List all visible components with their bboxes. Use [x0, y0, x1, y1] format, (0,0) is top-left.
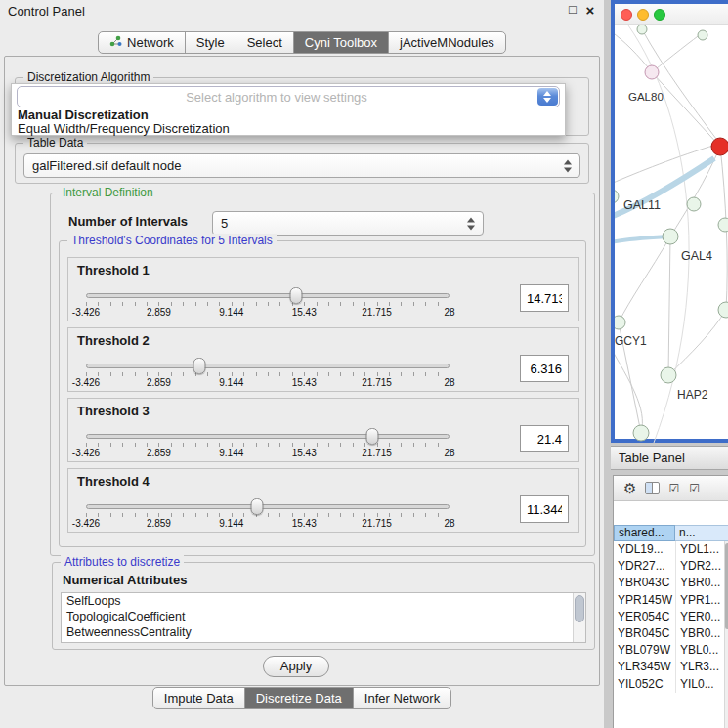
combobox-placeholder: Select algorithm to view settings	[18, 87, 535, 107]
threshold-2-slider[interactable]	[86, 364, 450, 368]
network-node[interactable]	[633, 425, 649, 441]
network-node[interactable]	[637, 25, 647, 34]
network-node[interactable]	[645, 65, 659, 79]
group-title: Table Data	[23, 136, 87, 150]
threshold-3-panel: Threshold 3 -3.426 2.859 9.144 15.43 21.…	[67, 398, 579, 462]
network-node[interactable]	[615, 190, 619, 203]
table-row[interactable]: YLR345WYLR3...	[614, 659, 724, 675]
slider-thumb[interactable]	[250, 498, 263, 515]
scrollbar-thumb[interactable]	[575, 595, 584, 622]
table-row[interactable]: YER054CYER0...	[614, 609, 724, 625]
tab-infer-network[interactable]: Infer Network	[353, 688, 450, 708]
network-node[interactable]	[698, 30, 707, 40]
numerical-attributes-label: Numerical Attributes	[63, 573, 187, 587]
network-node[interactable]	[663, 229, 678, 244]
slider-scale: -3.426 2.859 9.144 15.43 21.715 28	[86, 448, 450, 458]
network-node[interactable]	[687, 197, 701, 211]
tab-label: Network	[127, 35, 174, 50]
column-header-shared-name[interactable]: shared...	[614, 525, 675, 541]
float-window-icon[interactable]: □	[565, 2, 580, 19]
table-data-value: galFiltered.sif default node	[32, 158, 181, 173]
algorithm-dropdown-popup: Select algorithm to view settings Manual…	[11, 83, 566, 136]
table-header-row: shared... n...	[614, 525, 728, 541]
table-body: YDL19...YDL1... YDR27...YDR2... YBR043CY…	[614, 541, 724, 693]
threshold-1-value-field[interactable]	[520, 284, 569, 312]
node-label: GAL4	[681, 249, 712, 263]
table-panel-header: Table Panel	[611, 446, 728, 470]
list-item[interactable]: SelfLoops	[62, 593, 585, 609]
tab-style[interactable]: Style	[185, 32, 236, 53]
bottom-tab-bar: Impute Data Discretize Data Infer Networ…	[0, 687, 604, 709]
network-node[interactable]	[661, 367, 676, 383]
table-panel-title: Table Panel	[619, 450, 685, 465]
number-of-intervals-combobox[interactable]: 5	[212, 211, 484, 236]
close-icon[interactable]: ×	[582, 2, 598, 19]
control-panel-window: Control Panel □ × Network Style Select C…	[0, 0, 604, 728]
network-view-window: GAL80 GAL11 GAL4 GCY1 HAP2	[611, 0, 728, 443]
tab-network[interactable]: Network	[99, 32, 185, 53]
cyni-toolbox-panel: Discretization Algorithm Select algorith…	[4, 56, 600, 686]
slider-thumb[interactable]	[193, 358, 205, 374]
mac-minimize-button[interactable]	[637, 9, 649, 21]
list-item[interactable]: BetweennessCentrality	[62, 624, 585, 640]
group-title: Discretization Algorithm	[23, 70, 153, 84]
tab-discretize-data[interactable]: Discretize Data	[244, 688, 353, 708]
list-item[interactable]: TopologicalCoefficient	[62, 609, 585, 624]
group-title: Attributes to discretize	[61, 555, 184, 569]
threshold-4-value-field[interactable]	[520, 495, 569, 523]
algorithm-option-manual[interactable]: Manual Discretization	[13, 108, 564, 122]
table-row[interactable]: YPR145WYPR1...	[614, 592, 724, 609]
algorithm-combobox[interactable]: Select algorithm to view settings	[17, 86, 560, 107]
column-header-name[interactable]: n...	[675, 525, 728, 541]
interval-definition-group: Interval Definition Number of Intervals …	[50, 193, 595, 556]
combobox-arrow-button[interactable]	[537, 88, 558, 106]
algorithm-option-equal-width[interactable]: Equal Width/Frequency Discretization	[13, 122, 564, 136]
attributes-list: SelfLoops TopologicalCoefficient Between…	[61, 592, 586, 643]
table-row[interactable]: YBR043CYBR0...	[614, 575, 724, 591]
table-row[interactable]: YDL19...YDL1...	[614, 541, 724, 558]
number-of-intervals-value: 5	[221, 216, 228, 231]
node-label: GAL11	[623, 198, 661, 212]
table-data-combobox[interactable]: galFiltered.sif default node	[23, 153, 580, 178]
select-checkbox-icon[interactable]: ☑	[668, 482, 680, 495]
slider-ticks	[86, 443, 450, 447]
table-toolbar: ⚙ ☑ ☑	[614, 476, 728, 501]
tab-jactivemnodules[interactable]: jActiveMNodules	[388, 32, 505, 53]
table-row[interactable]: YDR27...YDR2...	[614, 558, 724, 575]
threshold-3-slider[interactable]	[86, 434, 450, 439]
select-all-checkbox-icon[interactable]: ☑	[689, 482, 701, 495]
table-row[interactable]: YBL079WYBL0...	[614, 642, 724, 659]
threshold-4-slider[interactable]	[86, 504, 450, 509]
tab-cyni-toolbox[interactable]: Cyni Toolbox	[293, 32, 388, 53]
slider-ticks	[86, 372, 450, 376]
network-canvas[interactable]: GAL80 GAL11 GAL4 GCY1 HAP2	[615, 25, 728, 443]
slider-thumb[interactable]	[289, 287, 302, 304]
network-node-selected[interactable]	[711, 138, 728, 155]
network-node[interactable]	[718, 218, 728, 232]
table-row[interactable]: YBR045CYBR0...	[614, 625, 724, 642]
threshold-1-slider[interactable]	[86, 293, 450, 298]
threshold-3-value-field[interactable]	[520, 425, 569, 452]
table-row[interactable]: YIL052CYIL0...	[614, 676, 724, 693]
slider-thumb[interactable]	[366, 428, 379, 445]
network-window-titlebar	[615, 4, 728, 25]
gear-icon[interactable]: ⚙	[623, 480, 636, 497]
slider-scale: -3.426 2.859 9.144 15.43 21.715 28	[86, 518, 450, 529]
threshold-2-value-field[interactable]	[520, 355, 569, 382]
group-title: Interval Definition	[59, 186, 157, 199]
threshold-1-panel: Threshold 1 -3.426 2.859 9.144 15.43 21.…	[67, 257, 579, 321]
column-selector-icon[interactable]	[645, 482, 660, 494]
table-panel-window: ⚙ ☑ ☑ shared... n... YDL19...YDL1... YDR…	[613, 475, 728, 728]
list-scrollbar[interactable]	[573, 593, 585, 642]
combobox-spinner-icon	[467, 217, 476, 230]
network-node[interactable]	[718, 302, 728, 318]
tab-impute-data[interactable]: Impute Data	[153, 688, 244, 708]
tab-select[interactable]: Select	[236, 32, 293, 53]
table-scrollbar[interactable]	[724, 541, 728, 728]
mac-zoom-button[interactable]	[654, 9, 665, 21]
mac-close-button[interactable]	[621, 9, 632, 21]
title-bar: Control Panel □ ×	[0, 0, 604, 21]
thresholds-group: Threshold's Coordinates for 5 Intervals …	[59, 240, 586, 547]
network-node[interactable]	[615, 316, 625, 329]
apply-button[interactable]: Apply	[263, 656, 329, 677]
